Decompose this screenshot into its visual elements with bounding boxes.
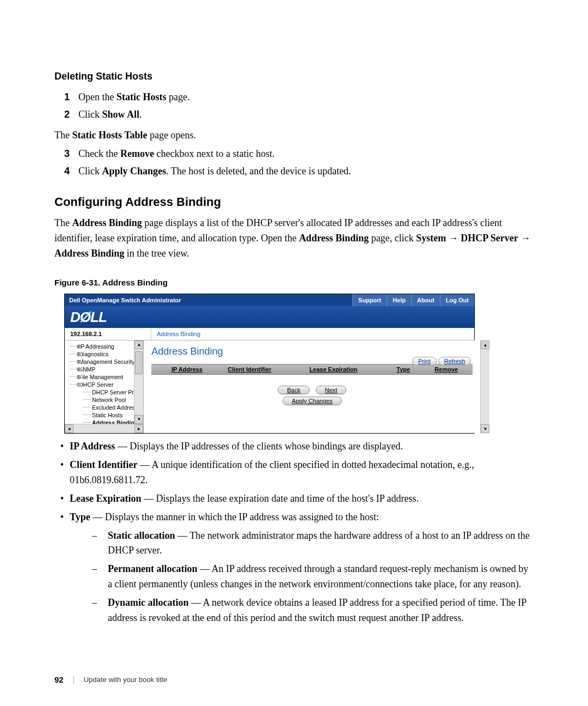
figure-caption: Figure 6-31. Address Binding xyxy=(54,278,534,287)
scroll-thumb[interactable] xyxy=(135,351,143,374)
col-lease-expiration[interactable]: Lease Expiration xyxy=(304,366,391,373)
steps-list-1: 1Open the Static Hosts page. 2Click Show… xyxy=(54,90,534,123)
field-description-list: •IP Address — Displays the IP addresses … xyxy=(54,439,534,629)
ui-body: IP AddressingDiagnosticsManagement Secur… xyxy=(65,340,474,433)
page-number: 92 xyxy=(54,675,64,684)
topbar-link-help[interactable]: Help xyxy=(387,294,411,306)
breadcrumb: Address Binding xyxy=(151,328,206,340)
ui-topbar: Dell OpenManage Switch Administrator Sup… xyxy=(65,294,474,306)
device-ip: 192.168.2.1 xyxy=(65,328,151,340)
button-row: Back Next Apply Changes xyxy=(151,385,473,406)
tree-item[interactable]: Diagnostics xyxy=(67,350,143,358)
list-item: •Lease Expiration — Displays the lease e… xyxy=(54,491,534,507)
main-scrollbar-vertical[interactable]: ▲ ▼ xyxy=(480,340,489,433)
sub-list-item: –Dynamic allocation — A network device o… xyxy=(70,595,534,626)
sub-list: –Static allocation — The network adminis… xyxy=(70,528,534,626)
scroll-down-icon[interactable]: ▼ xyxy=(481,424,489,433)
step-3: 3Check the Remove checkbox next to a sta… xyxy=(54,147,534,162)
topbar-link-logout[interactable]: Log Out xyxy=(440,294,474,306)
next-button[interactable]: Next xyxy=(316,386,347,394)
tree-item[interactable]: File Management xyxy=(67,373,143,381)
step-1: 1Open the Static Hosts page. xyxy=(54,90,534,105)
tree-item[interactable]: Network Pool xyxy=(67,396,143,404)
col-client-identifier[interactable]: Client Identifier xyxy=(222,366,304,373)
back-button[interactable]: Back xyxy=(278,386,309,394)
ui-brandbar: DØLL xyxy=(65,306,474,328)
print-link[interactable]: Print xyxy=(412,357,437,366)
scroll-down-icon[interactable]: ▼ xyxy=(134,415,143,424)
ui-screenshot: Dell OpenManage Switch Administrator Sup… xyxy=(64,294,475,434)
scroll-up-icon[interactable]: ▲ xyxy=(481,340,489,349)
tree-scrollbar-vertical[interactable]: ▲ ▼ xyxy=(134,340,143,424)
bullet-icon: • xyxy=(54,510,70,629)
list-item: •Type — Displays the manner in which the… xyxy=(54,510,534,629)
document-page: Deleting Static Hosts 1Open the Static H… xyxy=(0,0,588,629)
page-footer: 92 Update with your book title xyxy=(54,675,167,684)
col-ip-address[interactable]: IP Address xyxy=(151,366,222,373)
list-item: •Client Identifier — A unique identifica… xyxy=(54,458,534,488)
bullet-icon: • xyxy=(54,458,70,488)
interstitial-text: The Static Hosts Table page opens. xyxy=(54,128,534,143)
tree-item[interactable]: DHCP Server xyxy=(67,381,143,388)
refresh-link[interactable]: Refresh xyxy=(438,357,471,366)
steps-list-2: 3Check the Remove checkbox next to a sta… xyxy=(54,147,534,179)
scroll-left-icon[interactable]: ◄ xyxy=(65,424,74,433)
apply-changes-button[interactable]: Apply Changes xyxy=(283,397,342,405)
main-panel-title: Address Binding xyxy=(151,346,473,357)
tree-item[interactable]: Static Hosts xyxy=(67,411,143,419)
tree-item[interactable]: SNMP xyxy=(67,366,143,373)
scroll-up-icon[interactable]: ▲ xyxy=(134,340,143,349)
dell-logo: DØLL xyxy=(70,309,107,326)
bullet-icon: • xyxy=(54,439,70,454)
footer-separator xyxy=(74,676,74,684)
table-header-row: IP Address Client Identifier Lease Expir… xyxy=(151,364,473,375)
tree-item[interactable]: Excluded Addresse xyxy=(67,404,143,411)
section2-paragraph: The Address Binding page displays a list… xyxy=(54,216,534,261)
nav-tree-panel: IP AddressingDiagnosticsManagement Secur… xyxy=(65,340,144,433)
tree-item[interactable]: Management Security xyxy=(67,358,143,366)
scroll-right-icon[interactable]: ► xyxy=(134,424,143,433)
topbar-link-about[interactable]: About xyxy=(411,294,440,306)
book-title: Update with your book title xyxy=(84,675,167,684)
dash-icon: – xyxy=(70,528,108,559)
heading-deleting-static-hosts: Deleting Static Hosts xyxy=(54,71,534,82)
list-item: •IP Address — Displays the IP addresses … xyxy=(54,439,534,454)
step-2: 2Click Show All. xyxy=(54,107,534,123)
main-action-links: Print Refresh xyxy=(412,357,471,366)
bullet-icon: • xyxy=(54,491,70,507)
step-4: 4Click Apply Changes. The host is delete… xyxy=(54,164,534,179)
dash-icon: – xyxy=(70,562,108,592)
heading-configuring-address-binding: Configuring Address Binding xyxy=(54,195,534,209)
tree-item[interactable]: Address Binding xyxy=(67,419,143,424)
ui-main-panel: Address Binding Print Refresh IP Address… xyxy=(144,340,489,433)
dash-icon: – xyxy=(70,595,108,626)
topbar-link-support[interactable]: Support xyxy=(352,294,387,306)
col-type[interactable]: Type xyxy=(391,366,429,373)
sub-list-item: –Static allocation — The network adminis… xyxy=(70,528,534,559)
sub-list-item: –Permanent allocation — An IP address re… xyxy=(70,562,534,592)
col-remove[interactable]: Remove xyxy=(429,366,473,373)
ui-breadcrumb-bar: 192.168.2.1 Address Binding xyxy=(65,328,474,340)
tree-scrollbar-horizontal[interactable]: ◄ ► xyxy=(65,424,143,433)
tree-item[interactable]: DHCP Server Prope xyxy=(67,388,143,396)
nav-tree[interactable]: IP AddressingDiagnosticsManagement Secur… xyxy=(65,340,143,424)
ui-window-title: Dell OpenManage Switch Administrator xyxy=(65,297,352,303)
tree-item[interactable]: IP Addressing xyxy=(67,343,143,350)
